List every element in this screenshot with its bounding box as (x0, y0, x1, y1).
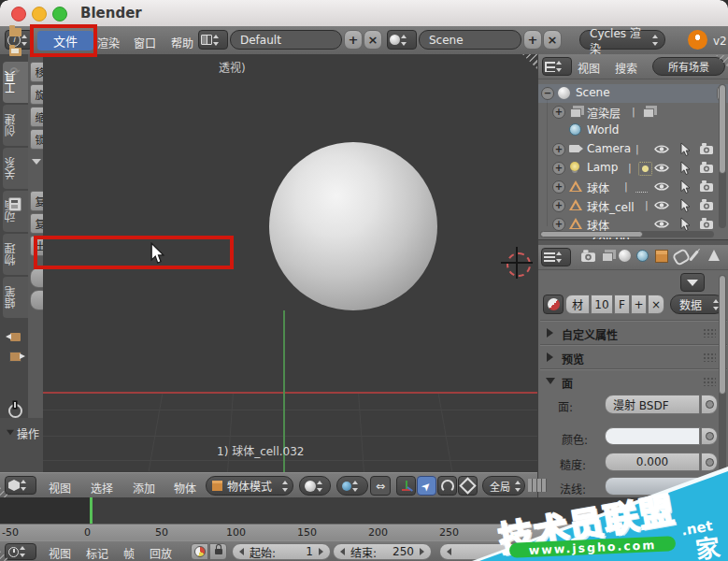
layout-name-field[interactable]: Default (230, 30, 342, 50)
outliner-row-sphere-cell[interactable]: + 球体_cell | (538, 196, 728, 215)
current-frame-marker[interactable] (90, 497, 93, 524)
delete-scene-button[interactable]: × (543, 30, 562, 50)
decrement-icon[interactable] (239, 548, 244, 555)
outliner-menu-search[interactable]: 搜索 (615, 60, 637, 76)
outliner-row-world[interactable]: World (538, 122, 728, 140)
material-preview-button[interactable] (543, 295, 564, 314)
tab-world-icon[interactable] (636, 250, 649, 262)
menu-window[interactable]: 窗口 (134, 35, 156, 50)
frame-start-field[interactable]: 起始: 1 (232, 543, 331, 560)
data-source-dropdown[interactable]: 数据 (670, 295, 724, 314)
tab-render-icon[interactable] (580, 249, 596, 263)
decrement-icon[interactable] (447, 548, 451, 555)
tool-mirror-button[interactable]: 锁 (30, 129, 43, 150)
drag-dots-icon[interactable] (703, 377, 716, 386)
outliner-hscrollbar-track[interactable] (540, 231, 714, 237)
color-swatch-field[interactable] (605, 427, 700, 445)
renderability-camera-icon[interactable] (699, 198, 714, 211)
collapse-icon[interactable]: − (541, 87, 554, 100)
material-name-field[interactable]: 材 (565, 295, 590, 314)
tool-duplicate-linked-button[interactable]: 复 (30, 213, 43, 234)
lock-button[interactable] (209, 543, 227, 560)
outliner-hscrollbar-thumb[interactable] (540, 231, 643, 237)
zoom-button[interactable] (52, 7, 67, 22)
renderability-camera-icon[interactable] (699, 142, 714, 155)
tab-create[interactable]: 创建 (3, 105, 28, 146)
tab-render-layers-icon[interactable] (602, 252, 613, 262)
select-menu[interactable]: 选择 (91, 480, 113, 496)
shading-dropdown[interactable] (299, 476, 331, 496)
visibility-eye-icon[interactable] (654, 162, 669, 174)
panel-collapse-icon[interactable] (32, 159, 41, 165)
drag-dots-icon[interactable] (703, 328, 716, 338)
outliner-filter-dropdown[interactable]: 所有场景 (652, 57, 725, 76)
orientation-dropdown[interactable]: 全局 (482, 476, 525, 496)
screen-layout-selector[interactable] (198, 30, 228, 50)
tab-scene-icon[interactable] (619, 250, 631, 262)
editor-type-timeline-button[interactable] (5, 543, 36, 560)
expand-icon[interactable]: + (552, 143, 565, 156)
outliner-row-camera[interactable]: + Camera | (538, 140, 728, 159)
timeline-menu-view[interactable]: 视图 (49, 545, 71, 561)
outliner-row-scene[interactable]: − Scene (538, 84, 728, 103)
expand-icon[interactable]: + (552, 199, 565, 212)
outliner-menu-view[interactable]: 视图 (578, 60, 600, 76)
add-menu[interactable]: 添加 (133, 480, 155, 496)
scale-manipulator-button[interactable] (458, 476, 478, 496)
selectability-pointer-icon[interactable] (679, 180, 691, 194)
editor-type-outliner-button[interactable] (542, 57, 572, 76)
outliner-row-sphere[interactable]: + 球体 | (538, 178, 728, 196)
tab-relations[interactable]: 关系 (3, 148, 28, 189)
tool-clipped-button[interactable] (30, 267, 43, 288)
menu-render[interactable]: 渲染 (97, 35, 120, 50)
tool-clipped-button[interactable] (30, 290, 43, 310)
tool-translate-button[interactable]: 移 (30, 62, 43, 82)
tool-rotate-button[interactable]: 旋 (30, 84, 43, 105)
selectability-pointer-icon[interactable] (679, 217, 691, 232)
add-layout-button[interactable]: + (344, 30, 363, 50)
scene-selector[interactable] (387, 30, 417, 50)
renderability-camera-icon[interactable] (699, 217, 714, 230)
object-menu[interactable]: 物体 (174, 480, 196, 496)
corner-resize-grip[interactable] (522, 54, 537, 69)
menu-help[interactable]: 帮助 (171, 35, 193, 50)
roughness-slider[interactable]: 0.000 (605, 453, 700, 471)
expand-icon[interactable]: + (552, 106, 565, 119)
panel-custom-properties[interactable]: 自定义属性 (538, 322, 728, 344)
unlink-button[interactable]: × (648, 295, 664, 314)
add-scene-button[interactable]: + (523, 30, 542, 50)
timeline-menu-marker[interactable]: 标记 (86, 545, 108, 561)
selectability-pointer-icon[interactable] (679, 161, 691, 176)
decrement-icon[interactable] (340, 548, 345, 555)
expand-icon[interactable]: + (552, 162, 565, 175)
increment-icon[interactable] (420, 548, 424, 555)
scene-name-field[interactable]: Scene (419, 30, 521, 50)
roughness-socket-button[interactable] (701, 453, 718, 471)
tool-scale-button[interactable]: 缩 (30, 107, 43, 127)
properties-vscrollbar-thumb[interactable] (719, 275, 726, 395)
timeline-menu-playback[interactable]: 回放 (150, 545, 172, 561)
close-button[interactable] (11, 7, 26, 22)
renderability-camera-icon[interactable] (699, 180, 714, 193)
selectability-pointer-icon[interactable] (679, 142, 691, 157)
view-menu[interactable]: 视图 (49, 480, 71, 496)
visibility-eye-icon[interactable] (654, 199, 669, 211)
tab-data-icon[interactable] (708, 250, 720, 261)
material-users-button[interactable]: 10 (591, 295, 613, 314)
filter-funnel-button[interactable] (680, 273, 705, 292)
minimize-button[interactable] (32, 7, 47, 22)
color-socket-button[interactable] (701, 427, 718, 445)
tool-duplicate-button[interactable]: 复 (30, 191, 43, 211)
translate-manipulator-button[interactable]: ➤ (417, 476, 436, 496)
frame-end-field[interactable]: 结束: 250 (333, 543, 432, 560)
tab-object-icon[interactable] (655, 250, 668, 263)
increment-icon[interactable] (319, 548, 323, 555)
shader-dropdown[interactable]: 漫射 BSDF (605, 395, 700, 414)
outliner-row-renderlayers[interactable]: + 渲染层 | (538, 103, 728, 122)
time-display-button[interactable] (191, 543, 208, 560)
tab-physics[interactable]: 物理 (3, 234, 28, 275)
outliner-row-lamp[interactable]: + Lamp | (538, 159, 728, 178)
editor-type-3dview-button[interactable] (5, 476, 36, 495)
tab-grease-pencil[interactable]: 蜡笔 (3, 277, 28, 318)
shader-socket-button[interactable] (701, 395, 718, 414)
